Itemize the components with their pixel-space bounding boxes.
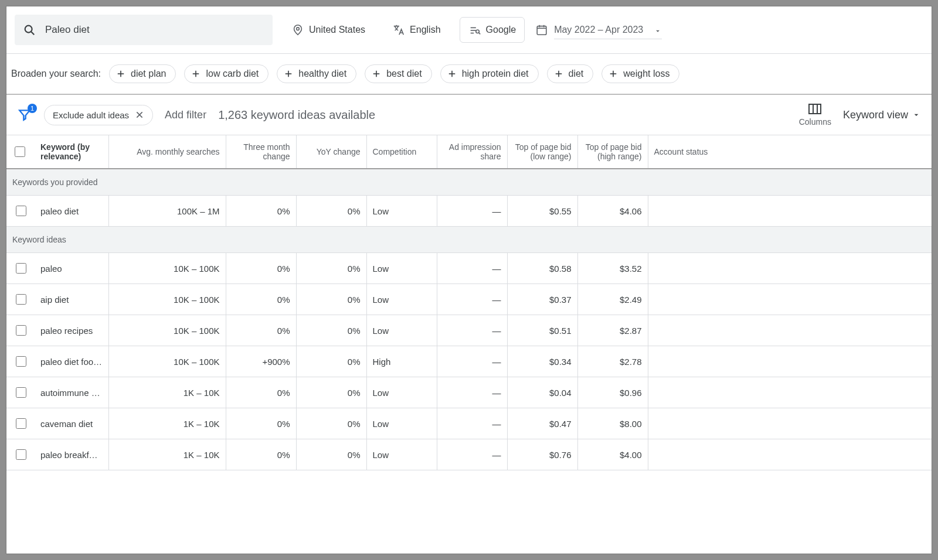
- cell-competition: Low: [366, 315, 437, 346]
- table-row[interactable]: paleo recipes10K – 100K0%0%Low—$0.51$2.8…: [6, 315, 932, 346]
- column-header-competition[interactable]: Competition: [366, 135, 437, 169]
- cell-competition: Low: [366, 377, 437, 408]
- column-header-account[interactable]: Account status: [648, 135, 932, 169]
- keyword-planner-app: United States English Google May 2022 – …: [6, 6, 932, 554]
- cell-bid-high: $4.06: [577, 196, 648, 227]
- cell-impression: —: [437, 315, 507, 346]
- cell-keyword: paleo breakfa…: [35, 439, 108, 470]
- broaden-chip[interactable]: healthy diet: [277, 64, 356, 83]
- row-checkbox[interactable]: [16, 418, 26, 429]
- row-checkbox[interactable]: [16, 325, 26, 336]
- filter-bar: 1 Exclude adult ideas Add filter 1,263 k…: [6, 95, 932, 135]
- cell-avg: 10K – 100K: [108, 253, 226, 284]
- cell-competition: Low: [366, 284, 437, 315]
- column-header-avg[interactable]: Avg. monthly searches: [108, 135, 226, 169]
- cell-keyword: paleo diet foo…: [35, 346, 108, 377]
- cell-avg: 1K – 10K: [108, 377, 226, 408]
- broaden-chip[interactable]: diet: [547, 64, 594, 83]
- broaden-chip[interactable]: best diet: [365, 64, 431, 83]
- cell-yoy: 0%: [296, 439, 366, 470]
- cell-keyword: caveman diet: [35, 408, 108, 439]
- row-checkbox[interactable]: [16, 294, 26, 305]
- plus-icon: [283, 69, 294, 79]
- row-checkbox[interactable]: [16, 387, 26, 398]
- table-section-row: Keywords you provided: [6, 169, 932, 196]
- language-text: English: [410, 25, 440, 35]
- row-checkbox[interactable]: [16, 263, 26, 274]
- broaden-chip[interactable]: weight loss: [601, 64, 679, 83]
- cell-impression: —: [437, 284, 507, 315]
- network-selector[interactable]: Google: [460, 17, 525, 43]
- table-row[interactable]: caveman diet1K – 10K0%0%Low—$0.47$8.00: [6, 408, 932, 439]
- cell-bid-low: $0.51: [507, 315, 577, 346]
- broaden-chip[interactable]: high protein diet: [440, 64, 539, 83]
- row-checkbox[interactable]: [16, 449, 26, 460]
- table-row[interactable]: paleo breakfa…1K – 10K0%0%Low—$0.76$4.00: [6, 439, 932, 470]
- search-box[interactable]: [15, 15, 273, 45]
- search-input[interactable]: [44, 23, 264, 36]
- cell-keyword: paleo recipes: [35, 315, 108, 346]
- plus-icon: [371, 69, 382, 79]
- broaden-chip[interactable]: low carb diet: [184, 64, 269, 83]
- cell-yoy: 0%: [296, 253, 366, 284]
- svg-line-1: [31, 32, 34, 35]
- add-filter-link[interactable]: Add filter: [165, 109, 206, 121]
- broaden-chip[interactable]: diet plan: [109, 64, 176, 83]
- table-row[interactable]: autoimmune …1K – 10K0%0%Low—$0.04$0.96: [6, 377, 932, 408]
- select-all-checkbox[interactable]: [15, 146, 25, 157]
- cell-bid-low: $0.55: [507, 196, 577, 227]
- column-header-keyword[interactable]: Keyword (by relevance): [35, 135, 108, 169]
- row-checkbox[interactable]: [16, 356, 26, 367]
- cell-bid-high: $2.87: [577, 315, 648, 346]
- cell-bid-low: $0.76: [507, 439, 577, 470]
- keyword-table: Keyword (by relevance) Avg. monthly sear…: [6, 135, 932, 470]
- cell-impression: —: [437, 346, 507, 377]
- cell-competition: Low: [366, 196, 437, 227]
- network-text: Google: [486, 25, 516, 35]
- cell-keyword: paleo diet: [35, 196, 108, 227]
- table-row[interactable]: paleo diet foo…10K – 100K+900%0%High—$0.…: [6, 346, 932, 377]
- cell-keyword: autoimmune …: [35, 377, 108, 408]
- cell-three-month: 0%: [226, 408, 296, 439]
- cell-three-month: 0%: [226, 439, 296, 470]
- plus-icon: [447, 69, 457, 79]
- cell-yoy: 0%: [296, 196, 366, 227]
- cell-account: [648, 315, 932, 346]
- chip-label: healthy diet: [298, 69, 346, 79]
- table-row[interactable]: paleo diet100K – 1M0%0%Low—$0.55$4.06: [6, 196, 932, 227]
- active-filter-chip[interactable]: Exclude adult ideas: [44, 105, 153, 125]
- cell-yoy: 0%: [296, 315, 366, 346]
- cell-bid-low: $0.58: [507, 253, 577, 284]
- language-selector[interactable]: English: [384, 18, 448, 42]
- column-header-yoy[interactable]: YoY change: [296, 135, 366, 169]
- columns-label: Columns: [799, 117, 831, 127]
- cell-bid-low: $0.04: [507, 377, 577, 408]
- close-icon[interactable]: [135, 110, 144, 119]
- svg-rect-28: [809, 104, 821, 114]
- cell-bid-low: $0.47: [507, 408, 577, 439]
- location-selector[interactable]: United States: [283, 18, 373, 42]
- cell-impression: —: [437, 408, 507, 439]
- topbar: United States English Google May 2022 – …: [6, 6, 932, 54]
- chip-label: diet: [569, 69, 584, 79]
- table-row[interactable]: aip diet10K – 100K0%0%Low—$0.37$2.49: [6, 284, 932, 315]
- filter-icon-button[interactable]: 1: [17, 107, 32, 122]
- column-header-bid-low[interactable]: Top of page bid (low range): [507, 135, 577, 169]
- column-header-three-month[interactable]: Three month change: [226, 135, 296, 169]
- cell-bid-low: $0.37: [507, 284, 577, 315]
- cell-bid-high: $8.00: [577, 408, 648, 439]
- columns-button[interactable]: Columns: [799, 103, 831, 127]
- plus-icon: [553, 69, 564, 79]
- cell-account: [648, 346, 932, 377]
- date-range-selector[interactable]: May 2022 – Apr 2023: [535, 21, 662, 39]
- cell-competition: Low: [366, 439, 437, 470]
- row-checkbox[interactable]: [16, 206, 26, 216]
- cell-impression: —: [437, 439, 507, 470]
- cell-three-month: 0%: [226, 284, 296, 315]
- column-header-impression[interactable]: Ad impression share: [437, 135, 507, 169]
- column-header-bid-high[interactable]: Top of page bid (high range): [577, 135, 648, 169]
- cell-account: [648, 284, 932, 315]
- table-row[interactable]: paleo10K – 100K0%0%Low—$0.58$3.52: [6, 253, 932, 284]
- table-section-row: Keyword ideas: [6, 227, 932, 253]
- view-switcher[interactable]: Keyword view: [843, 109, 921, 121]
